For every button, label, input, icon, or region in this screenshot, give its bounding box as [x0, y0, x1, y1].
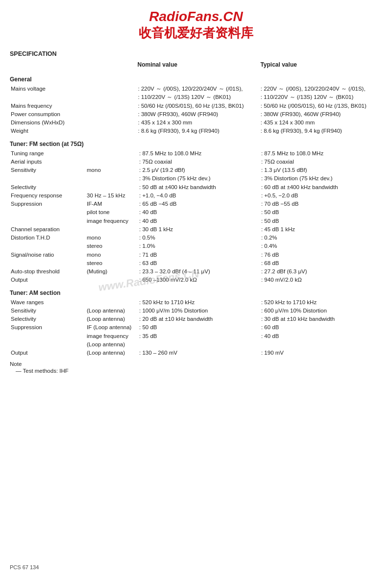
row-label: Output	[10, 276, 86, 284]
row-label: Frequency response	[10, 192, 86, 200]
row-nominal	[138, 340, 260, 349]
row-label: Power consumption	[10, 110, 86, 119]
general-table: Mains voltage: 220V ～ (/00S), 120/220/24…	[10, 85, 382, 136]
table-row: stereo: 1.0%: 0.4%	[10, 242, 382, 250]
row-typical: : 600 μV/m 10% Distortion	[260, 307, 382, 315]
note-item: — Test methods: IHF	[10, 368, 382, 374]
table-row: Sensitivitymono: 2.5 μV (19.2 dBf): 1.3 …	[10, 166, 382, 174]
col-nominal-header: Nominal value	[137, 60, 260, 71]
row-typical: : 50/60 Hz (/00S/01S), 60 Hz (/13S, BK01…	[260, 102, 382, 110]
row-typical: : 40 dB	[260, 332, 382, 340]
table-row: : 110/220V ～ (/13S) 120V ～ (BK01): 110/2…	[10, 93, 382, 101]
row-typical: : 50 dB	[260, 208, 382, 217]
row-nominal: : +1.0, −4.0 dB	[138, 192, 260, 200]
row-typical: : 76 dB	[260, 251, 382, 259]
row-typical: : 520 kHz to 1710 kHz	[260, 298, 382, 307]
row-sub	[86, 158, 138, 166]
row-label	[10, 93, 86, 101]
table-row: Output: 650 –1300 mV/2.0 kΩ: 940 mV/2.0 …	[10, 276, 382, 284]
row-label: Channel separation	[10, 225, 86, 234]
row-nominal: : 20 dB at ±10 kHz bandwidth	[138, 315, 260, 323]
row-typical: : 70 dB −55 dB	[260, 200, 382, 208]
row-sub	[86, 119, 137, 127]
row-label	[10, 332, 86, 340]
row-typical	[260, 340, 382, 349]
row-sub	[86, 85, 137, 93]
col-sub-header	[85, 60, 136, 71]
row-sub: mono	[86, 166, 138, 174]
table-row: pilot tone: 40 dB: 50 dB	[10, 208, 382, 217]
table-row: stereo: 63 dB: 68 dB	[10, 259, 382, 267]
row-typical: : 60 dB	[260, 323, 382, 332]
row-nominal: : 40 dB	[138, 208, 260, 217]
row-label: Tuning range	[10, 149, 86, 158]
row-sub: IF-AM	[86, 200, 138, 208]
table-row: Frequency response30 Hz – 15 kHz: +1.0, …	[10, 192, 382, 200]
row-label: Wave ranges	[10, 298, 86, 307]
row-typical: : 87.5 MHz to 108.0 MHz	[260, 149, 382, 158]
row-sub: pilot tone	[86, 208, 138, 217]
row-typical: : 30 dB at ±10 kHz bandwidth	[260, 315, 382, 323]
row-nominal: : 23.3 – 32.0 dBf (4 – 11 μV)	[138, 267, 260, 276]
table-row: Channel separation: 30 dB 1 kHz: 45 dB 1…	[10, 225, 382, 234]
row-label	[10, 242, 86, 250]
row-label	[10, 259, 86, 267]
col-label-header	[10, 60, 85, 71]
note-items: — Test methods: IHF	[10, 368, 382, 374]
row-nominal: : 35 dB	[138, 332, 260, 340]
row-nominal: : 50/60 Hz (/00S/01S), 60 Hz (/13S, BK01…	[137, 102, 260, 110]
row-typical: : 50 dB	[260, 217, 382, 225]
table-row: : 3% Distortion (75 kHz dev.): 3% Distor…	[10, 174, 382, 183]
row-sub	[86, 183, 138, 192]
row-nominal: : 110/220V ～ (/13S) 120V ～ (BK01)	[137, 93, 260, 101]
row-typical: : 45 dB 1 kHz	[260, 225, 382, 234]
spec-column-headers: Nominal value Typical value	[10, 60, 382, 71]
row-sub: stereo	[86, 259, 138, 267]
row-nominal: : 130 – 260 mV	[138, 349, 260, 357]
table-row: Mains voltage: 220V ～ (/00S), 120/220/24…	[10, 85, 382, 93]
row-nominal: : 435 x 124 x 300 mm	[137, 119, 260, 127]
table-row: Mains frequency: 50/60 Hz (/00S/01S), 60…	[10, 102, 382, 110]
row-sub	[86, 93, 137, 101]
footer: PCS 67 134	[10, 564, 39, 570]
row-nominal: : 50 dB at ±400 kHz bandwidth	[138, 183, 260, 192]
row-typical: : 75Ω coaxial	[260, 158, 382, 166]
row-label	[10, 174, 86, 183]
row-nominal: : 30 dB 1 kHz	[138, 225, 260, 234]
table-row: Dimensions (WxHxD): 435 x 124 x 300 mm: …	[10, 119, 382, 127]
row-nominal: : 50 dB	[138, 323, 260, 332]
page: RadioFans.CN 收音机爱好者资料库 SPECIFICATION Nom…	[0, 0, 392, 579]
row-label: Mains voltage	[10, 85, 86, 93]
row-sub	[86, 102, 137, 110]
row-sub: (Loop antenna)	[86, 340, 138, 349]
header-title-line1: RadioFans.CN	[10, 9, 382, 24]
row-nominal: : 650 –1300 mV/2.0 kΩ	[138, 276, 260, 284]
row-sub: mono	[86, 251, 138, 259]
row-sub: image frequency	[86, 217, 138, 225]
row-typical: : 435 x 124 x 300 mm	[260, 119, 382, 127]
row-sub	[86, 149, 138, 158]
row-sub	[86, 174, 138, 183]
row-nominal: : 87.5 MHz to 108.0 MHz	[138, 149, 260, 158]
row-label	[10, 340, 86, 349]
table-row: (Loop antenna)	[10, 340, 382, 349]
row-nominal: : 75Ω coaxial	[138, 158, 260, 166]
row-typical: : 190 mV	[260, 349, 382, 357]
row-nominal: : 220V ～ (/00S), 120/220/240V ～ (/01S),	[137, 85, 260, 93]
table-row: SuppressionIF (Loop antenna): 50 dB: 60 …	[10, 323, 382, 332]
row-sub: IF (Loop antenna)	[86, 323, 138, 332]
row-label	[10, 208, 86, 217]
row-nominal: : 71 dB	[138, 251, 260, 259]
row-label: Suppression	[10, 200, 86, 208]
table-row: image frequency: 35 dB: 40 dB	[10, 332, 382, 340]
row-sub: (Loop antenna)	[86, 307, 138, 315]
specification-title: SPECIFICATION	[10, 50, 382, 57]
row-label: Suppression	[10, 323, 86, 332]
table-row: image frequency: 40 dB: 50 dB	[10, 217, 382, 225]
row-label: Auto-stop threshold	[10, 267, 86, 276]
row-typical: : 8.6 kg (FR930), 9.4 kg (FR940)	[260, 127, 382, 135]
table-row: Aerial inputs: 75Ω coaxial: 75Ω coaxial	[10, 158, 382, 166]
row-typical: : 0.4%	[260, 242, 382, 250]
note-title: Note	[10, 361, 382, 367]
row-label: Selectivity	[10, 183, 86, 192]
